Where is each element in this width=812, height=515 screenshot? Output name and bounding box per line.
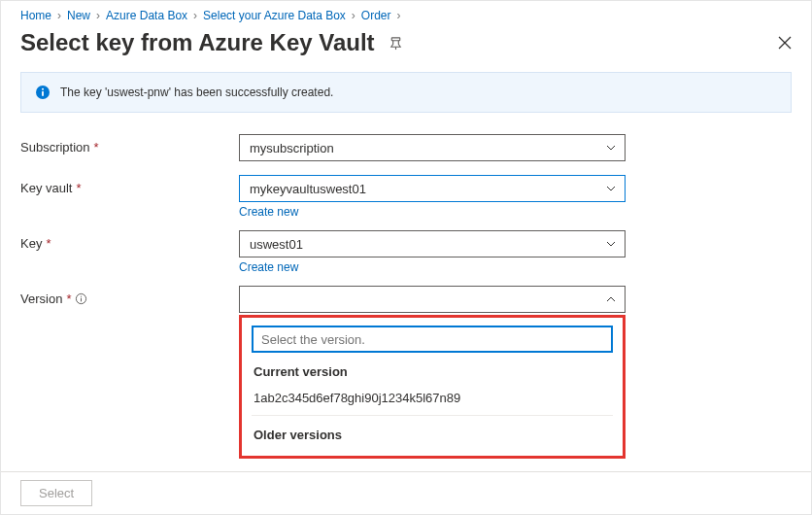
page-title: Select key from Azure Key Vault <box>20 29 375 56</box>
chevron-down-icon <box>605 238 617 250</box>
keyvault-create-new-link[interactable]: Create new <box>239 202 298 226</box>
success-notification: The key 'uswest-pnw' has been successful… <box>20 72 792 113</box>
subscription-select[interactable]: mysubscription <box>239 134 626 161</box>
svg-point-8 <box>81 295 82 296</box>
chevron-up-icon <box>605 293 617 305</box>
breadcrumb-databox[interactable]: Azure Data Box <box>106 9 187 22</box>
footer-bar: Select <box>1 471 811 514</box>
subscription-value: mysubscription <box>250 141 334 155</box>
chevron-down-icon <box>605 183 617 194</box>
breadcrumb-order[interactable]: Order <box>361 9 391 22</box>
version-dropdown-popup: Current version 1ab2c345d6ef78ghi90j1234… <box>239 315 626 459</box>
form-area: Subscription* mysubscription Key vault* … <box>1 134 811 313</box>
key-create-new-link[interactable]: Create new <box>239 258 298 282</box>
svg-rect-6 <box>42 91 44 96</box>
title-row: Select key from Azure Key Vault <box>1 25 811 72</box>
version-option-current[interactable]: 1ab2c345d6ef78ghi90j1234k5l67n89 <box>252 387 613 416</box>
version-select[interactable] <box>239 286 626 313</box>
breadcrumb-select-databox[interactable]: Select your Azure Data Box <box>203 9 346 22</box>
chevron-right-icon: › <box>96 9 100 22</box>
keyvault-select[interactable]: mykeyvaultuswest01 <box>239 175 626 202</box>
info-icon <box>35 85 51 100</box>
svg-point-5 <box>42 88 44 90</box>
keyvault-value: mykeyvaultuswest01 <box>250 182 366 196</box>
breadcrumb-new[interactable]: New <box>67 9 90 22</box>
pin-icon[interactable] <box>389 36 403 51</box>
chevron-right-icon: › <box>397 9 401 22</box>
keyvault-label: Key vault* <box>20 175 239 195</box>
key-select[interactable]: uswest01 <box>239 230 626 258</box>
chevron-right-icon: › <box>57 9 61 22</box>
older-versions-header: Older versions <box>252 416 613 446</box>
breadcrumb-home[interactable]: Home <box>20 9 51 22</box>
close-icon[interactable] <box>778 36 792 50</box>
chevron-down-icon <box>605 142 617 154</box>
key-label: Key* <box>20 230 239 251</box>
breadcrumb: Home › New › Azure Data Box › Select you… <box>1 1 811 25</box>
svg-rect-0 <box>391 37 399 40</box>
select-button[interactable]: Select <box>20 480 92 506</box>
current-version-header: Current version <box>252 353 613 387</box>
subscription-label: Subscription* <box>20 134 239 154</box>
notification-text: The key 'uswest-pnw' has been successful… <box>60 86 333 99</box>
version-label: Version* <box>20 286 239 306</box>
key-value: uswest01 <box>250 237 303 252</box>
info-icon[interactable] <box>75 292 87 305</box>
chevron-right-icon: › <box>352 9 355 22</box>
chevron-right-icon: › <box>193 9 197 22</box>
version-search-input[interactable] <box>252 326 613 353</box>
